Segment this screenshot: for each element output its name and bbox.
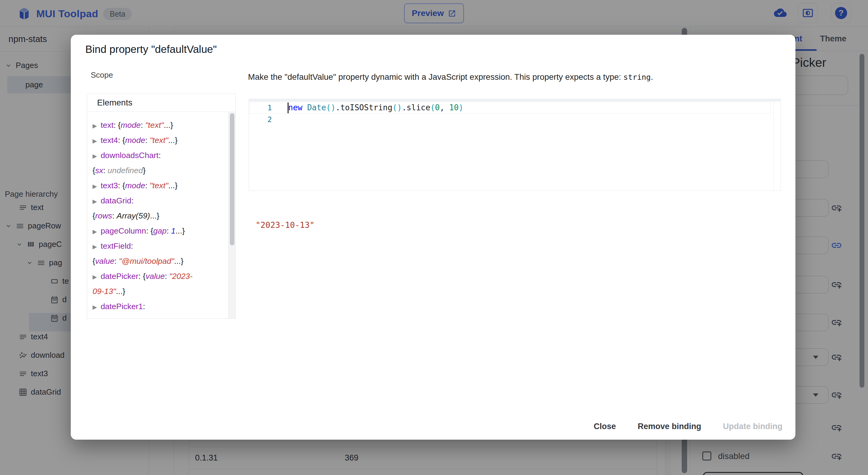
editor-ruler: [773, 99, 774, 191]
close-button[interactable]: Close: [591, 420, 619, 433]
elements-header: Elements: [87, 94, 235, 112]
line-number: 2: [249, 113, 272, 125]
line-number: 1: [249, 102, 272, 113]
bind-property-dialog: Bind property "defaultValue" Scope Eleme…: [71, 35, 796, 440]
elements-scrollbar-thumb[interactable]: [230, 113, 235, 245]
code-editor[interactable]: 1 2 new Date().toISOString().slice(0, 10…: [249, 99, 781, 191]
scope-elements-panel: Elements ▶text: {mode: "text"...}▶text4:…: [87, 94, 236, 319]
editor-line-numbers: 1 2: [249, 102, 279, 125]
editor-top-band: [249, 99, 781, 102]
dialog-title: Bind property "defaultValue": [85, 43, 217, 55]
remove-binding-button[interactable]: Remove binding: [635, 420, 704, 433]
scope-elements-tree[interactable]: ▶text: {mode: "text"...}▶text4: {mode: "…: [87, 111, 229, 318]
update-binding-button[interactable]: Update binding: [720, 420, 785, 433]
elements-scrollbar-track[interactable]: [228, 111, 235, 318]
scope-label: Scope: [91, 70, 113, 80]
expression-result: "2023-10-13": [255, 220, 314, 230]
dialog-description: Make the "defaultValue" property dynamic…: [248, 72, 653, 82]
dialog-actions: Close Remove binding Update binding: [591, 419, 785, 434]
editor-code-line[interactable]: new Date().toISOString().slice(0, 10): [288, 102, 463, 113]
